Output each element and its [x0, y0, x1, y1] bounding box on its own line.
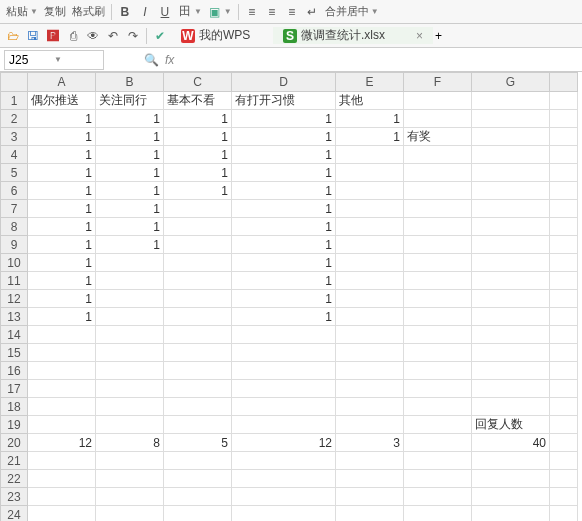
cell-G21[interactable] [472, 452, 550, 470]
row-header[interactable]: 21 [0, 452, 28, 470]
row-header[interactable]: 11 [0, 272, 28, 290]
cell-C23[interactable] [164, 488, 232, 506]
cell-C5[interactable]: 1 [164, 164, 232, 182]
cell-G23[interactable] [472, 488, 550, 506]
print-icon[interactable]: ⎙ [64, 27, 82, 45]
cell-E24[interactable] [336, 506, 404, 521]
cell-A14[interactable] [28, 326, 96, 344]
cell-E8[interactable] [336, 218, 404, 236]
cell-A4[interactable]: 1 [28, 146, 96, 164]
cell-G2[interactable] [472, 110, 550, 128]
cell-E21[interactable] [336, 452, 404, 470]
cell-D9[interactable]: 1 [232, 236, 336, 254]
col-header-A[interactable]: A [28, 72, 96, 92]
cell-B4[interactable]: 1 [96, 146, 164, 164]
cell-E14[interactable] [336, 326, 404, 344]
cell-G8[interactable] [472, 218, 550, 236]
cell-E9[interactable] [336, 236, 404, 254]
cell-D18[interactable] [232, 398, 336, 416]
cell-extra-20[interactable] [550, 434, 578, 452]
cell-F17[interactable] [404, 380, 472, 398]
cell-F15[interactable] [404, 344, 472, 362]
format-painter-label[interactable]: 格式刷 [70, 4, 107, 19]
cell-E2[interactable]: 1 [336, 110, 404, 128]
cell-A24[interactable] [28, 506, 96, 521]
col-header-F[interactable]: F [404, 72, 472, 92]
cell-extra-23[interactable] [550, 488, 578, 506]
fx-label[interactable]: fx [165, 53, 174, 67]
cell-G17[interactable] [472, 380, 550, 398]
row-header[interactable]: 15 [0, 344, 28, 362]
cell-extra-5[interactable] [550, 164, 578, 182]
row-header[interactable]: 16 [0, 362, 28, 380]
row-header[interactable]: 3 [0, 128, 28, 146]
pdf-icon[interactable]: 🅿 [44, 27, 62, 45]
cell-F7[interactable] [404, 200, 472, 218]
cell-G13[interactable] [472, 308, 550, 326]
row-header[interactable]: 5 [0, 164, 28, 182]
cell-C21[interactable] [164, 452, 232, 470]
fill-dropdown[interactable]: ▼ [224, 7, 232, 16]
cell-D17[interactable] [232, 380, 336, 398]
cell-extra-19[interactable] [550, 416, 578, 434]
row-header[interactable]: 13 [0, 308, 28, 326]
cell-B3[interactable]: 1 [96, 128, 164, 146]
border-dropdown[interactable]: ▼ [194, 7, 202, 16]
cell-E11[interactable] [336, 272, 404, 290]
cell-G16[interactable] [472, 362, 550, 380]
cell-C9[interactable] [164, 236, 232, 254]
cell-F12[interactable] [404, 290, 472, 308]
align-left-button[interactable]: ≡ [243, 3, 261, 21]
cell-B2[interactable]: 1 [96, 110, 164, 128]
cell-A6[interactable]: 1 [28, 182, 96, 200]
cell-G11[interactable] [472, 272, 550, 290]
cell-C10[interactable] [164, 254, 232, 272]
cell-G20[interactable]: 40 [472, 434, 550, 452]
cell-C7[interactable] [164, 200, 232, 218]
cell-C22[interactable] [164, 470, 232, 488]
row-header[interactable]: 18 [0, 398, 28, 416]
cell-C2[interactable]: 1 [164, 110, 232, 128]
row-header[interactable]: 2 [0, 110, 28, 128]
cell-D16[interactable] [232, 362, 336, 380]
cell-extra-18[interactable] [550, 398, 578, 416]
cell-E23[interactable] [336, 488, 404, 506]
row-header[interactable]: 14 [0, 326, 28, 344]
cell-B7[interactable]: 1 [96, 200, 164, 218]
cell-G4[interactable] [472, 146, 550, 164]
row-header[interactable]: 6 [0, 182, 28, 200]
cell-A1[interactable]: 偶尔推送 [28, 92, 96, 110]
cell-D19[interactable] [232, 416, 336, 434]
cell-D2[interactable]: 1 [232, 110, 336, 128]
cell-G1[interactable] [472, 92, 550, 110]
cell-A10[interactable]: 1 [28, 254, 96, 272]
cell-F24[interactable] [404, 506, 472, 521]
cell-A20[interactable]: 12 [28, 434, 96, 452]
copy-label[interactable]: 复制 [42, 4, 68, 19]
cell-G9[interactable] [472, 236, 550, 254]
cell-E22[interactable] [336, 470, 404, 488]
cell-B8[interactable]: 1 [96, 218, 164, 236]
cell-E16[interactable] [336, 362, 404, 380]
cell-C15[interactable] [164, 344, 232, 362]
cell-extra-14[interactable] [550, 326, 578, 344]
cell-C14[interactable] [164, 326, 232, 344]
row-header[interactable]: 24 [0, 506, 28, 521]
select-all-corner[interactable] [0, 72, 28, 92]
cell-F20[interactable] [404, 434, 472, 452]
cell-B16[interactable] [96, 362, 164, 380]
cell-B19[interactable] [96, 416, 164, 434]
col-header-B[interactable]: B [96, 72, 164, 92]
cell-B1[interactable]: 关注同行 [96, 92, 164, 110]
undo-icon[interactable]: ↶ [104, 27, 122, 45]
cell-F19[interactable] [404, 416, 472, 434]
col-header-C[interactable]: C [164, 72, 232, 92]
tab-wps[interactable]: W 我的WPS [171, 27, 271, 44]
cell-B12[interactable] [96, 290, 164, 308]
row-header[interactable]: 1 [0, 92, 28, 110]
merge-label[interactable]: 合并居中 [323, 4, 371, 19]
cell-D5[interactable]: 1 [232, 164, 336, 182]
cell-extra-3[interactable] [550, 128, 578, 146]
preview-icon[interactable]: 👁 [84, 27, 102, 45]
cell-F13[interactable] [404, 308, 472, 326]
